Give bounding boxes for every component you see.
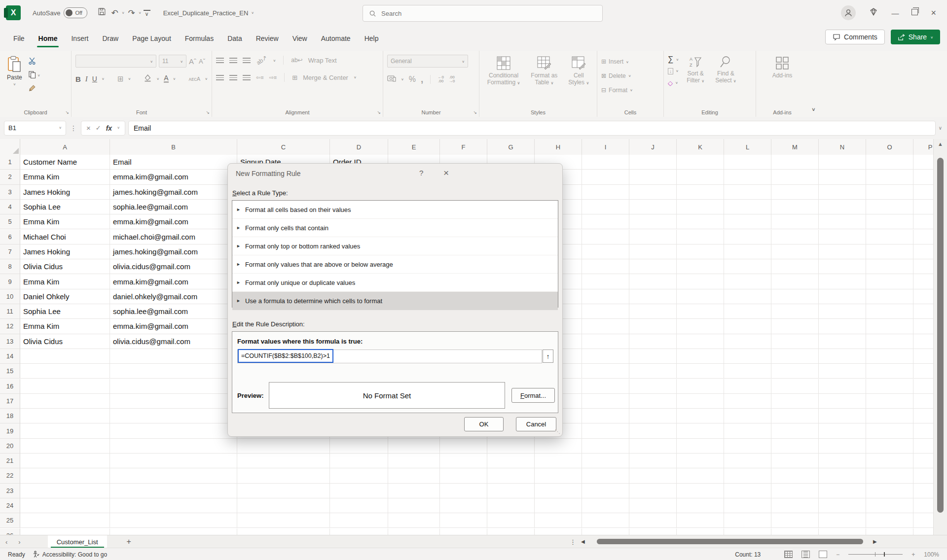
cell-B17[interactable] xyxy=(110,394,237,409)
cell-H25[interactable] xyxy=(535,513,582,528)
cell-O25[interactable] xyxy=(866,513,913,528)
autosave-toggle[interactable]: Off xyxy=(64,7,87,18)
cell-N13[interactable] xyxy=(819,334,866,349)
cell-O12[interactable] xyxy=(866,319,913,334)
cell-M21[interactable] xyxy=(771,454,819,468)
clear-formatting-dropdown-icon[interactable]: ∨ xyxy=(205,77,208,80)
cell-A25[interactable] xyxy=(20,513,110,528)
copy-icon[interactable] xyxy=(28,70,36,80)
cell-B22[interactable] xyxy=(110,468,237,483)
cut-icon[interactable] xyxy=(28,57,40,67)
cell-M9[interactable] xyxy=(771,274,819,289)
wrap-text-icon[interactable]: ab↩ xyxy=(291,57,302,64)
row-header-25[interactable]: 25 xyxy=(0,513,20,528)
cell-K22[interactable] xyxy=(677,468,724,483)
zoom-level[interactable]: 100% xyxy=(924,551,939,558)
column-header-D[interactable]: D xyxy=(330,139,388,155)
cell-J12[interactable] xyxy=(629,319,677,334)
cell-H22[interactable] xyxy=(535,468,582,483)
cell-B19[interactable] xyxy=(110,423,237,438)
cell-D22[interactable] xyxy=(330,468,388,483)
cell-L3[interactable] xyxy=(724,185,771,200)
vertical-scrollbar[interactable]: ▲ xyxy=(933,139,947,535)
cell-A9[interactable]: Emma Kim xyxy=(20,274,110,289)
cell-K3[interactable] xyxy=(677,185,724,200)
cell-N25[interactable] xyxy=(819,513,866,528)
fill-color-icon[interactable] xyxy=(144,74,152,84)
formula-field[interactable]: =COUNTIF($B$2:$B$100,B2)>1 ↑ xyxy=(237,350,542,363)
decrease-indent-icon[interactable]: ⇦≡ xyxy=(256,74,264,81)
clipboard-dialog-launcher-icon[interactable]: ↘ xyxy=(65,110,69,115)
cell-M17[interactable] xyxy=(771,394,819,409)
cell-L25[interactable] xyxy=(724,513,771,528)
cell-L12[interactable] xyxy=(724,319,771,334)
cell-O15[interactable] xyxy=(866,364,913,379)
cell-I11[interactable] xyxy=(582,304,629,319)
merge-center-label[interactable]: Merge & Center xyxy=(303,74,348,81)
account-avatar[interactable] xyxy=(841,5,856,20)
cell-O2[interactable] xyxy=(866,170,913,184)
cell-N12[interactable] xyxy=(819,319,866,334)
row-header-2[interactable]: 2 xyxy=(0,170,20,184)
cell-L23[interactable] xyxy=(724,484,771,498)
row-header-3[interactable]: 3 xyxy=(0,185,20,200)
cell-I16[interactable] xyxy=(582,379,629,394)
cell-O13[interactable] xyxy=(866,334,913,349)
cancel-button[interactable]: Cancel xyxy=(516,417,556,431)
cell-N17[interactable] xyxy=(819,394,866,409)
cell-N5[interactable] xyxy=(819,214,866,229)
cell-D25[interactable] xyxy=(330,513,388,528)
column-header-A[interactable]: A xyxy=(20,139,110,155)
fill-down-icon[interactable]: ↓ xyxy=(668,68,673,74)
cell-F24[interactable] xyxy=(440,498,487,513)
cell-F25[interactable] xyxy=(440,513,487,528)
cell-B24[interactable] xyxy=(110,498,237,513)
cell-I6[interactable] xyxy=(582,230,629,245)
row-header-7[interactable]: 7 xyxy=(0,245,20,259)
row-header-15[interactable]: 15 xyxy=(0,364,20,379)
cell-K15[interactable] xyxy=(677,364,724,379)
cell-D23[interactable] xyxy=(330,484,388,498)
cell-A6[interactable]: Michael Choi xyxy=(20,230,110,245)
cell-O7[interactable] xyxy=(866,245,913,259)
align-right-icon[interactable] xyxy=(243,75,251,80)
cell-D20[interactable] xyxy=(330,439,388,454)
cell-J1[interactable] xyxy=(629,155,677,170)
font-dialog-launcher-icon[interactable]: ↘ xyxy=(206,110,210,115)
cell-J15[interactable] xyxy=(629,364,677,379)
increase-font-icon[interactable]: Aˆ xyxy=(189,57,196,66)
cell-O9[interactable] xyxy=(866,274,913,289)
font-color-icon[interactable]: A xyxy=(164,75,168,83)
bold-button[interactable]: B xyxy=(75,75,81,83)
cell-M24[interactable] xyxy=(771,498,819,513)
cell-N15[interactable] xyxy=(819,364,866,379)
cell-B8[interactable]: olivia.cidus@gmail.com xyxy=(110,259,237,274)
cell-A1[interactable]: Customer Name xyxy=(20,155,110,170)
row-header-6[interactable]: 6 xyxy=(0,230,20,245)
cell-L24[interactable] xyxy=(724,498,771,513)
cell-L6[interactable] xyxy=(724,230,771,245)
cell-C24[interactable] xyxy=(237,498,330,513)
formula-input[interactable]: Email xyxy=(128,121,936,136)
cell-M14[interactable] xyxy=(771,349,819,364)
cell-M2[interactable] xyxy=(771,170,819,184)
cell-I9[interactable] xyxy=(582,274,629,289)
cell-K17[interactable] xyxy=(677,394,724,409)
rule-type-option-5[interactable]: ►Format only unique or duplicate values xyxy=(232,274,558,292)
align-middle-icon[interactable] xyxy=(229,58,237,63)
cell-L11[interactable] xyxy=(724,304,771,319)
row-header-17[interactable]: 17 xyxy=(0,394,20,409)
cell-A21[interactable] xyxy=(20,454,110,468)
cell-I21[interactable] xyxy=(582,454,629,468)
cell-C23[interactable] xyxy=(237,484,330,498)
cell-M19[interactable] xyxy=(771,423,819,438)
cell-M15[interactable] xyxy=(771,364,819,379)
cell-B23[interactable] xyxy=(110,484,237,498)
cell-O11[interactable] xyxy=(866,304,913,319)
cell-N18[interactable] xyxy=(819,409,866,423)
cell-B16[interactable] xyxy=(110,379,237,394)
cell-J8[interactable] xyxy=(629,259,677,274)
cell-I5[interactable] xyxy=(582,214,629,229)
cell-A16[interactable] xyxy=(20,379,110,394)
cell-O4[interactable] xyxy=(866,200,913,214)
